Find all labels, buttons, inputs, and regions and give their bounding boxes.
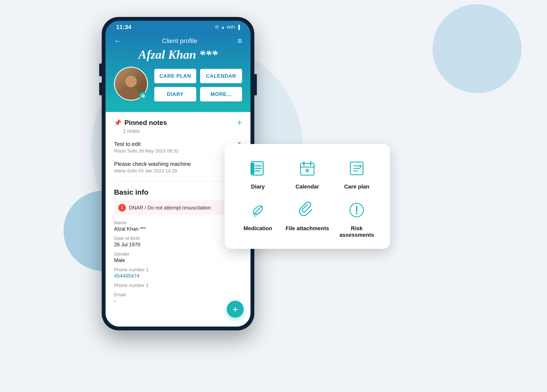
email-label: Email xyxy=(114,292,242,298)
phone2-label: Phone number 2 xyxy=(114,283,242,288)
email-value: - xyxy=(114,298,242,304)
client-name: Afzal Khan *** xyxy=(114,47,242,62)
header-nav: ← Client profile ≡ xyxy=(114,36,242,45)
calendar-button[interactable]: CALENDAR xyxy=(200,69,242,83)
location-icon: ⦿ xyxy=(215,25,219,30)
dnar-badge: ! DNAR / Do not attempt resuscitation xyxy=(114,200,242,215)
phone1-label: Phone number 1 xyxy=(114,267,242,272)
note-item-1: Test to edit Rocio Solis 26 May 2023 09:… xyxy=(114,137,242,157)
gender-label: Gender xyxy=(114,251,242,257)
pinned-notes-header: 📌 Pinned notes + xyxy=(114,118,242,127)
dnar-text: DNAR / Do not attempt resuscitation xyxy=(129,205,211,211)
dob-value: 28 Jul 1970 xyxy=(114,242,242,248)
diary-icon xyxy=(246,157,270,180)
gender-value: Male xyxy=(114,257,242,263)
svg-point-24 xyxy=(356,213,357,214)
phone1-value[interactable]: 454495474 xyxy=(114,273,242,279)
svg-rect-19 xyxy=(359,166,362,167)
card-item-medication[interactable]: Medication xyxy=(235,199,280,238)
card-item-diary[interactable]: Diary xyxy=(235,157,280,190)
note-item-2: Please check washing machine Maria Solis… xyxy=(114,157,242,177)
fab-button[interactable]: + xyxy=(227,301,244,318)
attachment-icon xyxy=(296,199,319,222)
notes-count: 2 notes xyxy=(123,128,242,134)
risk-label: Risk assessments xyxy=(334,225,379,238)
card-item-careplan[interactable]: Care plan xyxy=(334,157,379,190)
camera-icon[interactable] xyxy=(139,92,147,100)
dob-label: Date of Birth xyxy=(114,236,242,241)
status-time: 11:34 xyxy=(116,24,131,31)
svg-point-11 xyxy=(306,169,309,172)
card-item-attachments[interactable]: File attachments xyxy=(285,199,330,238)
name-field: Name Afzal Khan *** xyxy=(114,220,242,232)
battery-icon: ▐ xyxy=(237,25,240,30)
name-value: Afzal Khan *** xyxy=(114,226,242,232)
volume-up-button xyxy=(99,64,102,76)
careplan-icon xyxy=(345,157,368,180)
calendar-icon xyxy=(296,157,319,180)
bg-circle-top-right xyxy=(432,4,522,93)
medication-label: Medication xyxy=(244,225,272,232)
tablet-card: Diary Calendar xyxy=(225,144,390,249)
careplan-label: Care plan xyxy=(344,183,369,190)
note-2-meta: Maria Solis 03 Jan 2023 14:29 xyxy=(114,168,191,174)
basic-info-title: Basic info xyxy=(114,188,242,196)
status-icons: ⦿ ▲ WiFi ▐ xyxy=(215,25,240,30)
risk-icon xyxy=(345,199,368,222)
section-title-row: 📌 Pinned notes xyxy=(114,119,167,127)
name-label: Name xyxy=(114,220,242,226)
add-note-button[interactable]: + xyxy=(237,118,242,127)
note-1-meta: Rocio Solis 26 May 2023 09:32 xyxy=(114,148,179,154)
status-bar: 11:34 ⦿ ▲ WiFi ▐ xyxy=(106,21,251,32)
card-item-risk[interactable]: Risk assessments xyxy=(334,199,379,238)
note-1-title: Test to edit xyxy=(114,141,179,147)
email-field: Email - xyxy=(114,292,242,304)
power-button xyxy=(254,74,257,95)
card-item-calendar[interactable]: Calendar xyxy=(285,157,330,190)
pinned-notes-title: Pinned notes xyxy=(124,119,167,127)
diary-button[interactable]: DIARY xyxy=(154,87,196,101)
volume-down-button xyxy=(99,83,102,95)
menu-button[interactable]: ≡ xyxy=(238,36,242,45)
more-button[interactable]: MORE... xyxy=(200,87,242,101)
care-plan-button[interactable]: CARE PLAN xyxy=(154,69,196,83)
pin-icon: 📌 xyxy=(114,119,122,126)
medication-icon xyxy=(246,199,270,222)
note-2-content: Please check washing machine Maria Solis… xyxy=(114,161,191,174)
avatar-wrapper xyxy=(114,67,148,101)
wifi-icon: WiFi xyxy=(227,25,235,30)
calendar-label: Calendar xyxy=(295,183,319,190)
gender-field: Gender Male xyxy=(114,251,242,263)
diary-label: Diary xyxy=(251,183,265,190)
note-1-content: Test to edit Rocio Solis 26 May 2023 09:… xyxy=(114,141,179,154)
phone1-field: Phone number 1 454495474 xyxy=(114,267,242,279)
svg-rect-3 xyxy=(251,163,254,174)
action-buttons-grid: CARE PLAN CALENDAR DIARY MORE... xyxy=(154,69,242,101)
header-title: Client profile xyxy=(162,37,197,45)
header-area: ← Client profile ≡ Afzal Khan *** xyxy=(106,32,251,112)
dnar-icon: ! xyxy=(118,204,126,212)
profile-row: CARE PLAN CALENDAR DIARY MORE... xyxy=(114,67,242,101)
note-2-title: Please check washing machine xyxy=(114,161,191,167)
phone2-field: Phone number 2 xyxy=(114,283,242,288)
back-button[interactable]: ← xyxy=(114,36,122,45)
signal-icon: ▲ xyxy=(221,25,225,30)
dob-field: Date of Birth 28 Jul 1970 xyxy=(114,236,242,248)
attachments-label: File attachments xyxy=(286,225,329,232)
